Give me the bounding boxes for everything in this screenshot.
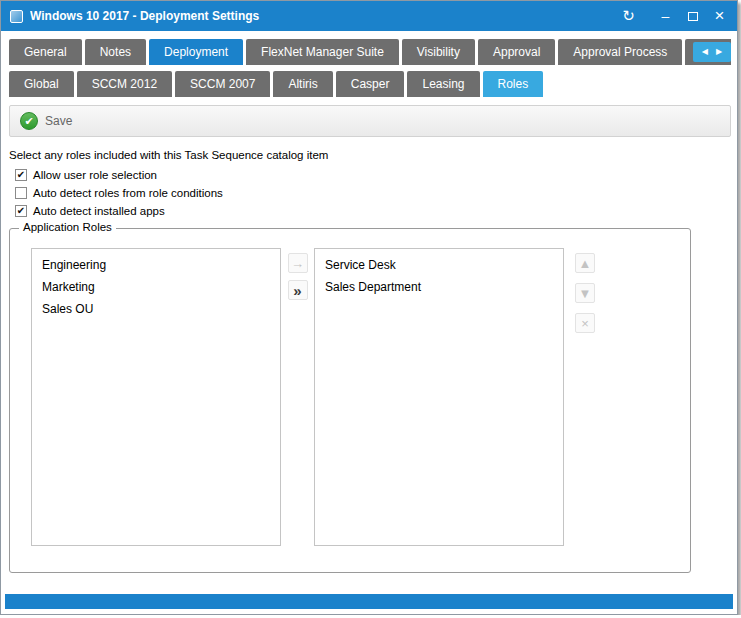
secondary-tab-global[interactable]: Global: [9, 71, 74, 97]
secondary-tab-row: GlobalSCCM 2012SCCM 2007AltirisCasperLea…: [9, 71, 731, 97]
primary-tab-approval[interactable]: Approval: [478, 39, 555, 65]
tab-scroll-left-icon[interactable]: ◀: [698, 42, 712, 62]
primary-tab-approval-process[interactable]: Approval Process: [558, 39, 682, 65]
checkbox-label: Auto detect roles from role conditions: [33, 187, 223, 199]
primary-tab-visibility[interactable]: Visibility: [402, 39, 475, 65]
double-arrow-right-icon: »: [293, 282, 301, 299]
primary-tab-bar: GeneralNotesDeploymentFlexNet Manager Su…: [9, 39, 731, 65]
checkbox-label: Allow user role selection: [33, 169, 157, 181]
checkbox-label: Auto detect installed apps: [33, 205, 165, 217]
save-button[interactable]: Save: [45, 114, 72, 128]
save-check-glyph: ✔: [24, 115, 33, 128]
app-icon: [10, 10, 23, 23]
checkbox-list: Allow user role selection Auto detect ro…: [15, 166, 737, 220]
secondary-tab-leasing[interactable]: Leasing: [407, 71, 479, 97]
available-role-item-marketing[interactable]: Marketing: [32, 276, 280, 298]
tab-scroll-control: ◀ ▶: [693, 42, 731, 62]
available-role-item-engineering[interactable]: Engineering: [32, 254, 280, 276]
tab-scroll-right-icon[interactable]: ▶: [712, 42, 726, 62]
remove-role-button[interactable]: ×: [575, 313, 595, 333]
instruction-text: Select any roles included with this Task…: [9, 149, 729, 161]
secondary-tab-casper[interactable]: Casper: [336, 71, 405, 97]
primary-tab-notes[interactable]: Notes: [85, 39, 146, 65]
assigned-roles-listbox[interactable]: Service DeskSales Department: [314, 248, 564, 546]
move-down-button[interactable]: ▼: [575, 283, 595, 303]
deployment-settings-window: Windows 10 2017 - Deployment Settings ↻ …: [0, 0, 738, 615]
footer-strip: [5, 594, 733, 609]
close-icon: ×: [715, 6, 725, 26]
primary-tab-general[interactable]: General: [9, 39, 82, 65]
primary-tab-flexnet-manager-suite[interactable]: FlexNet Manager Suite: [246, 39, 399, 65]
save-toolbar: ✔ Save: [9, 105, 731, 137]
primary-tab-deployment[interactable]: Deployment: [149, 39, 243, 65]
assigned-role-item-service-desk[interactable]: Service Desk: [315, 254, 563, 276]
arrow-up-icon: ▲: [579, 256, 592, 271]
checkbox-box[interactable]: [15, 187, 27, 199]
refresh-button[interactable]: ↻: [615, 4, 642, 28]
application-roles-group: Application Roles EngineeringMarketingSa…: [9, 228, 691, 573]
secondary-tab-bar: GlobalSCCM 2012SCCM 2007AltirisCasperLea…: [9, 71, 731, 97]
secondary-tab-altiris[interactable]: Altiris: [273, 71, 332, 97]
transfer-button-column: → »: [281, 248, 314, 572]
maximize-icon: [688, 12, 698, 21]
add-all-roles-button[interactable]: »: [288, 280, 308, 300]
window-title: Windows 10 2017 - Deployment Settings: [30, 9, 615, 23]
available-roles-listbox[interactable]: EngineeringMarketingSales OU: [31, 248, 281, 546]
checkbox-box[interactable]: [15, 169, 27, 181]
order-button-column: ▲ ▼ ×: [564, 248, 606, 572]
close-button[interactable]: ×: [706, 4, 733, 28]
add-role-button[interactable]: →: [288, 253, 308, 273]
remove-icon: ×: [581, 316, 589, 331]
secondary-tab-roles[interactable]: Roles: [483, 71, 544, 97]
group-title: Application Roles: [19, 221, 116, 233]
save-check-icon[interactable]: ✔: [20, 112, 38, 130]
secondary-tab-sccm-2007[interactable]: SCCM 2007: [175, 71, 270, 97]
checkbox-row-auto-detect-roles-from-role-conditions[interactable]: Auto detect roles from role conditions: [15, 184, 737, 202]
checkbox-row-auto-detect-installed-apps[interactable]: Auto detect installed apps: [15, 202, 737, 220]
checkbox-box[interactable]: [15, 205, 27, 217]
primary-tab-row: GeneralNotesDeploymentFlexNet Manager Su…: [9, 39, 731, 65]
minimize-button[interactable]: –: [652, 4, 679, 28]
minimize-icon: –: [662, 8, 670, 24]
checkbox-row-allow-user-role-selection[interactable]: Allow user role selection: [15, 166, 737, 184]
move-up-button[interactable]: ▲: [575, 253, 595, 273]
assigned-role-item-sales-department[interactable]: Sales Department: [315, 276, 563, 298]
available-role-item-sales-ou[interactable]: Sales OU: [32, 298, 280, 320]
arrow-down-icon: ▼: [579, 286, 592, 301]
titlebar[interactable]: Windows 10 2017 - Deployment Settings ↻ …: [1, 1, 737, 31]
maximize-button[interactable]: [679, 4, 706, 28]
arrow-right-icon: →: [291, 256, 304, 271]
refresh-icon: ↻: [622, 7, 635, 25]
secondary-tab-sccm-2012[interactable]: SCCM 2012: [77, 71, 172, 97]
